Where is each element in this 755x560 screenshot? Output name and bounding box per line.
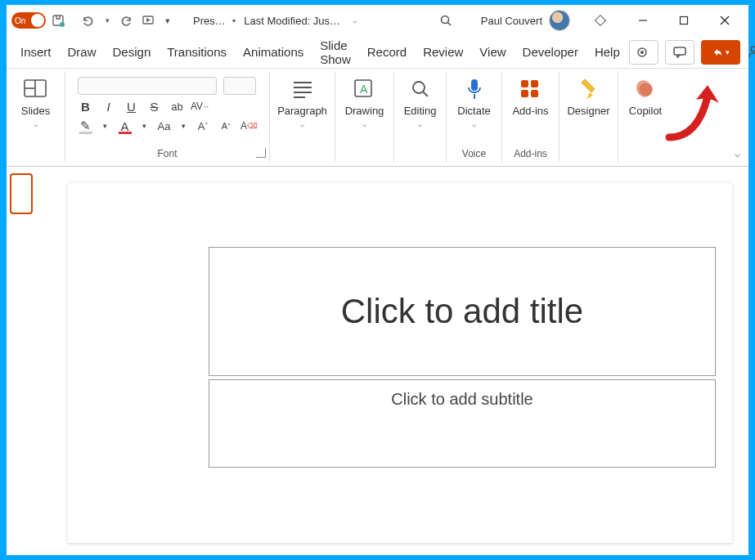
- font-color-button[interactable]: A: [117, 118, 133, 134]
- group-slides: Slides ⌵: [7, 72, 65, 163]
- svg-point-3: [441, 16, 448, 24]
- change-case-button[interactable]: Aa: [156, 118, 173, 134]
- group-paragraph: Paragraph ⌵: [270, 72, 335, 163]
- group-editing: Editing ⌵: [394, 72, 447, 163]
- addins-icon: [518, 77, 542, 101]
- search-icon[interactable]: [437, 11, 455, 29]
- ribbon: Slides ⌵ B I U S ab AV↔ ✎: [7, 69, 748, 167]
- font-dialog-launcher[interactable]: [256, 148, 266, 158]
- tab-developer[interactable]: Developer: [515, 40, 586, 64]
- premium-icon[interactable]: [591, 11, 609, 29]
- start-slideshow-icon[interactable]: [139, 11, 157, 29]
- qat-customize-icon[interactable]: ▾: [160, 11, 175, 29]
- highlight-button[interactable]: ✎: [78, 118, 94, 134]
- doc-name[interactable]: Pres…: [190, 15, 229, 27]
- shrink-font-button[interactable]: A˅: [218, 118, 235, 134]
- drawing-button[interactable]: A Drawing ⌵: [340, 74, 389, 132]
- bold-button[interactable]: B: [78, 98, 94, 114]
- title-placeholder[interactable]: Click to add title: [209, 247, 716, 376]
- account-manager-icon[interactable]: [747, 43, 755, 61]
- case-dropdown[interactable]: ▾: [179, 118, 189, 134]
- slide-thumbnail-1[interactable]: [10, 173, 33, 214]
- font-size-dropdown[interactable]: [223, 77, 256, 95]
- text-shadow-button[interactable]: ab: [169, 98, 186, 114]
- slide-canvas-area[interactable]: Click to add title Click to add subtitle: [52, 167, 748, 555]
- svg-point-23: [413, 82, 425, 93]
- undo-icon[interactable]: [79, 11, 97, 29]
- dictate-label: Dictate: [457, 105, 490, 117]
- slides-label: Slides: [21, 105, 50, 117]
- subtitle-placeholder-text: Click to add subtitle: [391, 390, 533, 409]
- clear-formatting-button[interactable]: A⌫: [241, 118, 258, 134]
- font-color-dropdown[interactable]: ▾: [140, 118, 150, 134]
- chevron-down-icon: ⌵: [418, 120, 422, 128]
- paragraph-button[interactable]: Paragraph ⌵: [272, 74, 332, 132]
- avatar[interactable]: [549, 10, 570, 31]
- svg-point-1: [60, 22, 65, 27]
- svg-line-24: [423, 92, 428, 96]
- slides-icon: [23, 77, 47, 101]
- strikethrough-button[interactable]: S: [146, 98, 163, 114]
- group-voice: Dictate ⌵ Voice: [447, 72, 502, 163]
- designer-button[interactable]: Designer: [562, 74, 614, 120]
- character-spacing-button[interactable]: AV↔: [192, 98, 209, 114]
- workspace: Click to add title Click to add subtitle: [7, 167, 748, 555]
- save-icon[interactable]: [49, 11, 67, 29]
- group-designer: Designer: [560, 72, 618, 163]
- tab-transitions[interactable]: Transitions: [160, 40, 234, 64]
- tab-draw[interactable]: Draw: [61, 40, 104, 64]
- annotation-arrow: [657, 80, 730, 146]
- tab-help[interactable]: Help: [587, 40, 627, 64]
- minimize-button[interactable]: [624, 8, 662, 33]
- italic-button[interactable]: I: [101, 98, 117, 114]
- copilot-icon: [633, 77, 658, 101]
- tab-animations[interactable]: Animations: [236, 40, 311, 64]
- camera-tool-icon[interactable]: [629, 40, 658, 65]
- tab-record[interactable]: Record: [360, 40, 414, 64]
- chevron-down-icon: ⌵: [362, 120, 366, 128]
- svg-rect-25: [471, 79, 478, 91]
- collapse-ribbon-icon[interactable]: ⌵: [735, 148, 740, 159]
- svg-rect-6: [681, 17, 688, 25]
- chevron-down-icon: ⌵: [300, 120, 304, 128]
- tab-insert[interactable]: Insert: [13, 40, 59, 64]
- font-name-dropdown[interactable]: [78, 77, 217, 95]
- svg-rect-29: [521, 90, 528, 97]
- slide[interactable]: Click to add title Click to add subtitle: [68, 183, 732, 543]
- grow-font-button[interactable]: A˄: [195, 118, 212, 134]
- tab-design[interactable]: Design: [106, 40, 159, 64]
- autosave-toggle[interactable]: On: [11, 12, 46, 29]
- addins-label: Add-ins: [512, 105, 548, 117]
- thumbnail-pane[interactable]: [7, 167, 52, 555]
- last-modified-label[interactable]: Last Modified: Jus…: [240, 15, 344, 27]
- comments-icon[interactable]: [665, 40, 694, 65]
- tab-slideshow[interactable]: Slide Show: [312, 34, 358, 71]
- app-window: On ▾ ▾ Pres… • Last Modified: Jus… ⌵ Pau…: [7, 5, 748, 555]
- tab-review[interactable]: Review: [416, 40, 470, 64]
- svg-point-12: [751, 47, 755, 52]
- dictate-button[interactable]: Dictate ⌵: [452, 74, 495, 132]
- underline-button[interactable]: U: [124, 98, 140, 114]
- addins-button[interactable]: Add-ins: [507, 74, 553, 120]
- svg-rect-28: [531, 80, 538, 87]
- editing-button[interactable]: Editing ⌵: [399, 74, 442, 132]
- drawing-icon: A: [353, 77, 377, 101]
- chevron-down-icon: ⌵: [34, 120, 38, 128]
- drawing-label: Drawing: [345, 105, 384, 117]
- slides-button[interactable]: Slides ⌵: [16, 74, 55, 132]
- close-button[interactable]: [706, 8, 744, 33]
- doc-dropdown-icon[interactable]: ⌵: [347, 11, 362, 29]
- undo-dropdown-icon[interactable]: ▾: [100, 11, 115, 29]
- ribbon-tabs: Insert Draw Design Transitions Animation…: [7, 36, 748, 69]
- group-font: B I U S ab AV↔ ✎ ▾ A ▾ Aa ▾ A˄ A˅ A⌫: [65, 72, 270, 163]
- share-button[interactable]: ▾: [701, 40, 740, 65]
- tab-view[interactable]: View: [472, 40, 513, 64]
- maximize-button[interactable]: [665, 8, 703, 33]
- user-name[interactable]: Paul Couvert: [478, 15, 546, 27]
- autosave-label: On: [15, 16, 25, 25]
- svg-text:A: A: [360, 83, 368, 96]
- subtitle-placeholder[interactable]: Click to add subtitle: [209, 379, 716, 468]
- redo-icon[interactable]: [118, 11, 136, 29]
- highlight-dropdown[interactable]: ▾: [101, 118, 110, 134]
- designer-icon: [577, 77, 601, 101]
